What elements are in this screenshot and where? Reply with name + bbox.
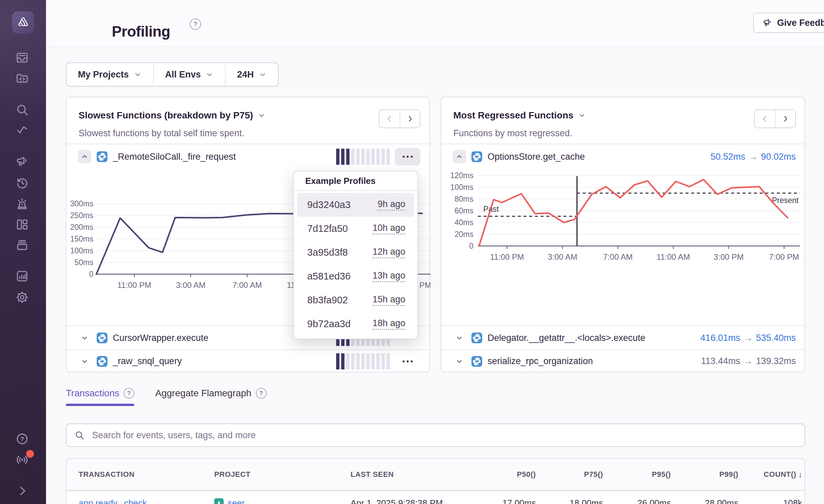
aggregate-flamegraph-help-icon[interactable]: ? bbox=[256, 388, 267, 399]
sidebar-item-replays[interactable] bbox=[15, 176, 29, 190]
project-name[interactable]: seer bbox=[228, 498, 245, 504]
column-header-project[interactable]: PROJECT bbox=[214, 459, 250, 490]
duration-after[interactable]: 535.40ms bbox=[756, 333, 796, 343]
svg-text:120ms: 120ms bbox=[450, 171, 473, 180]
sidebar-item-broadcast[interactable] bbox=[15, 453, 29, 467]
top-bar: Profiling ? Give Feedback bbox=[46, 0, 824, 47]
last-seen-cell: Apr 1, 2025 9:28:38 PM bbox=[351, 491, 443, 504]
sidebar-item-issues[interactable] bbox=[15, 51, 29, 65]
function-name[interactable]: CursorWrapper.execute bbox=[113, 333, 209, 343]
expand-row-button[interactable] bbox=[453, 331, 466, 345]
transaction-link[interactable]: app.ready._check bbox=[79, 491, 147, 504]
profile-item[interactable]: a581ed3613h ago bbox=[297, 264, 414, 288]
profile-id[interactable]: 9d3240a3 bbox=[307, 199, 351, 210]
sentry-logo[interactable] bbox=[12, 11, 34, 34]
sidebar-item-stats[interactable] bbox=[15, 269, 29, 283]
column-header-count[interactable]: COUNT()↓ bbox=[764, 459, 803, 490]
function-name[interactable]: OptionsStore.get_cache bbox=[488, 152, 585, 162]
profile-item[interactable]: 8b3fa90215h ago bbox=[297, 288, 414, 312]
chevron-down-icon bbox=[259, 70, 267, 79]
profile-id[interactable]: 8b3fa902 bbox=[307, 295, 348, 306]
profile-id[interactable]: a581ed36 bbox=[307, 271, 351, 282]
function-row: _raw_snql_query bbox=[66, 349, 429, 372]
project-filter[interactable]: My Projects bbox=[66, 63, 153, 86]
profile-id[interactable]: 3a95d3f8 bbox=[307, 247, 348, 258]
column-header-lastseen[interactable]: LAST SEEN bbox=[351, 459, 394, 490]
profile-id[interactable]: 7d12fa50 bbox=[307, 223, 348, 234]
function-name[interactable]: serialize_rpc_organization bbox=[488, 356, 593, 366]
sidebar-item-feedback[interactable] bbox=[15, 155, 29, 169]
profile-age-link[interactable]: 12h ago bbox=[372, 247, 405, 258]
give-feedback-button[interactable]: Give Feedback bbox=[753, 13, 824, 33]
transactions-help-icon[interactable]: ? bbox=[124, 388, 134, 399]
table-row[interactable]: app.ready._checkseerApr 1, 2025 9:28:38 … bbox=[66, 491, 805, 504]
prev-page-button[interactable] bbox=[379, 110, 400, 128]
sidebar-item-search[interactable] bbox=[15, 103, 29, 117]
megaphone-icon bbox=[763, 18, 773, 28]
expand-row-button[interactable] bbox=[78, 331, 91, 345]
sidebar-item-alerts[interactable] bbox=[15, 197, 29, 211]
tab-transactions[interactable]: Transactions ? bbox=[66, 388, 134, 399]
sidebar-item-releases[interactable] bbox=[15, 238, 29, 252]
search-bar bbox=[66, 423, 805, 447]
function-name[interactable]: Delegator.__getattr__.<locals>.execute bbox=[488, 333, 645, 343]
prev-page-button[interactable] bbox=[755, 110, 775, 128]
regressed-function-row: Delegator.__getattr__.<locals>.execute41… bbox=[441, 325, 805, 350]
search-input[interactable] bbox=[66, 423, 805, 447]
profile-age-link[interactable]: 9h ago bbox=[377, 199, 405, 211]
sidebar-item-explore[interactable] bbox=[15, 71, 29, 85]
column-header-p99[interactable]: P99() bbox=[719, 459, 738, 490]
expand-row-button[interactable] bbox=[453, 355, 466, 368]
chevron-down-icon bbox=[205, 70, 214, 79]
expand-row-button[interactable] bbox=[78, 355, 91, 368]
more-options-button[interactable] bbox=[395, 353, 420, 370]
profile-item[interactable]: 3a95d3f812h ago bbox=[297, 241, 414, 264]
transactions-table: TRANSACTIONPROJECTLAST SEENP50()P75()P95… bbox=[66, 458, 805, 504]
duration-before: 113.44ms bbox=[701, 356, 740, 366]
regression-values[interactable]: 416.01ms→535.40ms bbox=[700, 333, 796, 343]
profile-item[interactable]: 9b72aa3d18h ago bbox=[297, 312, 414, 336]
duration-before[interactable]: 50.52ms bbox=[711, 152, 745, 162]
column-header-transaction[interactable]: TRANSACTION bbox=[79, 459, 135, 490]
profile-age-link[interactable]: 13h ago bbox=[372, 270, 405, 282]
function-name[interactable]: _raw_snql_query bbox=[113, 356, 182, 366]
collapse-row-button[interactable] bbox=[78, 150, 91, 163]
arrow-right-icon: → bbox=[740, 356, 756, 366]
regressed-function-row: OptionsStore.get_cache50.52ms→90.02ms bbox=[441, 144, 805, 169]
regression-values[interactable]: 50.52ms→90.02ms bbox=[711, 152, 796, 162]
regressed-functions-title[interactable]: Most Regressed Functions bbox=[453, 110, 586, 121]
environment-filter[interactable]: All Envs bbox=[154, 63, 225, 86]
profile-age-link[interactable]: 18h ago bbox=[372, 318, 405, 330]
sidebar-item-collapse[interactable] bbox=[15, 484, 29, 498]
duration-after[interactable]: 90.02ms bbox=[761, 152, 796, 162]
sidebar-item-dashboards[interactable] bbox=[15, 217, 29, 232]
column-header-p50[interactable]: P50() bbox=[517, 459, 536, 490]
slowest-functions-title[interactable]: Slowest Functions (breakdown by P75) bbox=[79, 110, 265, 121]
profile-item[interactable]: 7d12fa5010h ago bbox=[297, 217, 414, 241]
column-header-p75[interactable]: P75() bbox=[584, 459, 603, 490]
more-options-button[interactable] bbox=[395, 148, 420, 165]
svg-text:0: 0 bbox=[89, 270, 93, 279]
sidebar-item-help[interactable]: ? bbox=[15, 432, 29, 446]
next-page-button[interactable] bbox=[400, 110, 420, 128]
sidebar-item-settings[interactable] bbox=[15, 290, 29, 304]
collapse-row-button[interactable] bbox=[453, 150, 466, 163]
page-help-icon[interactable]: ? bbox=[190, 18, 201, 30]
p75-cell: 18.00ms bbox=[569, 491, 603, 504]
help-icon: ? bbox=[15, 432, 29, 446]
settings-icon bbox=[15, 291, 29, 304]
sidebar-item-traces[interactable] bbox=[15, 124, 29, 138]
column-header-p95[interactable]: P95() bbox=[652, 459, 671, 490]
date-range-filter[interactable]: 24H bbox=[226, 63, 278, 86]
svg-text:0: 0 bbox=[469, 242, 473, 250]
profile-id[interactable]: 9b72aa3d bbox=[307, 318, 351, 330]
profile-age-link[interactable]: 15h ago bbox=[372, 294, 405, 306]
function-name[interactable]: _RemoteSiloCall._fire_request bbox=[113, 152, 236, 162]
next-page-button[interactable] bbox=[775, 110, 795, 128]
profile-item[interactable]: 9d3240a39h ago bbox=[297, 193, 414, 217]
regressed-function-chart: 120ms100ms80ms60ms40ms20ms011:00 PM3:00 … bbox=[441, 170, 806, 270]
profile-age-link[interactable]: 10h ago bbox=[372, 223, 405, 235]
duration-before[interactable]: 416.01ms bbox=[700, 333, 740, 343]
tab-aggregate-flamegraph[interactable]: Aggregate Flamegraph ? bbox=[155, 388, 266, 399]
project-cell[interactable]: seer bbox=[214, 491, 245, 504]
